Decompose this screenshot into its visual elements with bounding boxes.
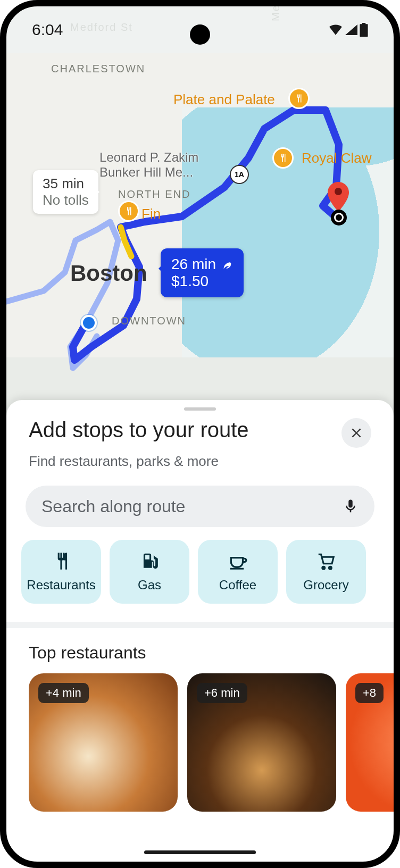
category-chips-row: Restaurants Gas Coffee Grocery [6, 540, 394, 622]
camera-cutout [190, 24, 210, 45]
route-alt-info[interactable]: 35 min No tolls [33, 170, 98, 214]
svg-point-0 [335, 188, 342, 195]
sheet-title: Add stops to your route [29, 418, 249, 442]
poi-label[interactable]: Fin [141, 206, 161, 222]
search-input[interactable]: Search along route [26, 486, 374, 527]
gas-icon [139, 551, 160, 571]
restaurant-card[interactable]: +4 min [29, 673, 178, 812]
cart-icon [316, 551, 336, 571]
landmark-label: Bunker Hill Me... [99, 165, 193, 180]
section-title: Top restaurants [6, 628, 394, 673]
clock: 6:04 [32, 21, 63, 39]
neighborhood-label: DOWNTOWN [112, 315, 186, 327]
route-alt-detail: No tolls [43, 192, 89, 208]
coffee-icon [228, 551, 248, 571]
chip-label: Gas [138, 578, 161, 592]
city-label: Boston [70, 261, 147, 286]
restaurant-pin-icon[interactable] [118, 201, 139, 222]
chip-restaurants[interactable]: Restaurants [21, 540, 101, 604]
divider [6, 622, 394, 628]
battery-icon [360, 23, 368, 37]
signal-icon [345, 24, 357, 35]
chip-label: Restaurants [27, 578, 95, 592]
chip-grocery[interactable]: Grocery [286, 540, 366, 604]
chip-coffee[interactable]: Coffee [198, 540, 278, 604]
landmark-label: Leonard P. Zakim [99, 150, 198, 165]
map-canvas[interactable]: Medford St Meridian St CHARLESTOWN NORTH… [6, 6, 394, 416]
detour-badge: +8 [355, 683, 384, 703]
restaurant-cards-row[interactable]: +4 min +6 min +8 [6, 673, 394, 812]
poi-label[interactable]: Plate and Palate [173, 91, 275, 108]
search-placeholder: Search along route [41, 497, 185, 516]
route-shield: 1A [230, 165, 249, 184]
close-button[interactable] [341, 418, 371, 448]
route-alt-time: 35 min [43, 176, 89, 192]
sheet-subtitle: Find restaurants, parks & more [6, 453, 394, 482]
svg-point-1 [322, 566, 325, 569]
route-main-time: 26 min [171, 256, 216, 273]
svg-point-2 [329, 566, 332, 569]
poi-label[interactable]: Royal Claw [302, 150, 372, 166]
neighborhood-label: CHARLESTOWN [51, 63, 145, 75]
sheet-drag-handle[interactable] [184, 407, 216, 411]
restaurant-card[interactable]: +6 min [187, 673, 336, 812]
chip-label: Coffee [219, 578, 256, 592]
chip-gas[interactable]: Gas [110, 540, 189, 604]
destination-target-icon [331, 210, 347, 226]
mic-icon[interactable] [343, 498, 359, 514]
current-location-dot [81, 315, 97, 331]
status-icons [329, 23, 368, 37]
chip-label: Grocery [303, 578, 348, 592]
neighborhood-label: NORTH END [118, 188, 191, 201]
destination-pin-icon [328, 182, 349, 212]
detour-badge: +6 min [197, 683, 247, 703]
screen: Medford St Meridian St CHARLESTOWN NORTH… [6, 6, 394, 862]
leaf-icon [221, 258, 233, 270]
restaurant-card[interactable]: +8 [346, 673, 394, 812]
restaurant-pin-icon[interactable] [272, 147, 294, 169]
home-indicator[interactable] [144, 850, 256, 854]
close-icon [349, 426, 363, 440]
route-main-cost: $1.50 [171, 273, 233, 290]
restaurant-pin-icon[interactable] [288, 88, 310, 109]
detour-badge: +4 min [38, 683, 89, 703]
route-main-info[interactable]: 26 min $1.50 [161, 248, 244, 297]
bottom-sheet[interactable]: Add stops to your route Find restaurants… [6, 400, 394, 862]
restaurant-icon [51, 551, 71, 571]
wifi-icon [329, 24, 343, 35]
